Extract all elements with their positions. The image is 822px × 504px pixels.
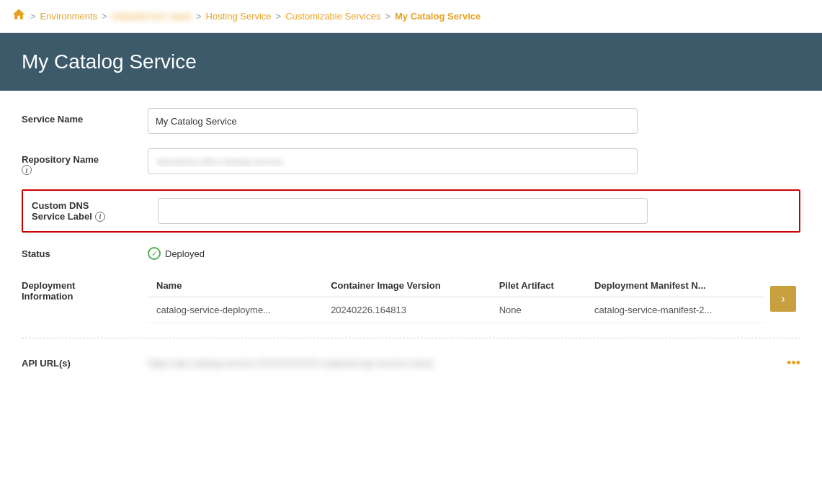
col-header-name: Name [148,274,322,297]
col-header-pilet-artifact: Pilet Artifact [491,274,586,297]
page-header: My Catalog Service [0,33,822,91]
breadcrumb-sep-3: > [196,11,202,22]
deployment-table: Name Container Image Version Pilet Artif… [148,274,764,323]
custom-dns-label-wrapper: Custom DNS Service Label i [32,200,158,222]
repository-info-icon[interactable]: i [22,165,32,175]
breadcrumb-sep-1: > [30,11,36,22]
breadcrumb-current: My Catalog Service [395,11,481,22]
page-title: My Catalog Service [22,50,800,73]
repository-name-label-wrapper: Repository Name i [22,148,148,175]
breadcrumb-hosting-service[interactable]: Hosting Service [206,11,272,22]
breadcrumb-sep-2: > [102,11,107,22]
repository-name-label: Repository Name [22,154,99,165]
deployment-table-wrapper: Name Container Image Version Pilet Artif… [148,274,796,323]
cell-container-image: 20240226.164813 [322,297,491,323]
custom-dns-row: Custom DNS Service Label i [22,189,800,233]
table-row: catalog-service-deployme... 20240226.164… [148,297,764,323]
status-value: ✓ Deployed [148,247,205,260]
main-content: Service Name Repository Name i Custom DN… [0,91,822,388]
row-expand-button[interactable]: › [770,286,796,312]
api-url-row: API URL(s) https://api.catalog-service.X… [22,350,800,371]
status-row: Status ✓ Deployed [22,247,800,260]
deployment-row-container: Name Container Image Version Pilet Artif… [148,274,796,323]
col-header-deployment-manifest: Deployment Manifest N... [586,274,764,297]
custom-dns-label-line1: Custom DNS [32,200,158,211]
deployment-table-outer: Name Container Image Version Pilet Artif… [148,274,764,323]
deployment-section: DeploymentInformation Name Container Ima… [22,274,800,323]
breadcrumb-sep-5: > [385,11,390,22]
custom-dns-input[interactable] [158,198,648,224]
repository-name-input[interactable] [148,148,638,174]
cell-deployment-manifest: catalog-service-manifest-2... [586,297,764,323]
service-name-input[interactable] [148,108,638,134]
custom-dns-info-icon[interactable]: i [95,212,105,222]
repository-name-row: Repository Name i [22,148,800,175]
breadcrumb-environments[interactable]: Environments [40,11,97,22]
status-label: Status [22,248,148,259]
service-name-row: Service Name [22,108,800,134]
api-menu-icon[interactable]: ••• [787,356,800,371]
api-url-label: API URL(s) [22,358,148,369]
cell-pilet-artifact: None [491,297,586,323]
custom-dns-label-line2: Service Label [32,211,92,222]
home-icon[interactable] [12,7,26,25]
deployed-icon: ✓ [148,247,161,260]
breadcrumb-customizable-services[interactable]: Customizable Services [285,11,380,22]
breadcrumb: > Environments > redacted env name > Hos… [0,0,822,33]
api-url-value: https://api.catalog-service.XXXXXXXXXX-r… [148,358,778,369]
breadcrumb-env-name: redacted env name [112,11,192,22]
status-text: Deployed [165,248,205,259]
cell-name: catalog-service-deployme... [148,297,322,323]
section-divider [22,338,800,338]
breadcrumb-sep-4: > [276,11,282,22]
col-header-container-image: Container Image Version [322,274,491,297]
deployment-label: DeploymentInformation [22,274,148,302]
service-name-label: Service Name [22,108,148,125]
